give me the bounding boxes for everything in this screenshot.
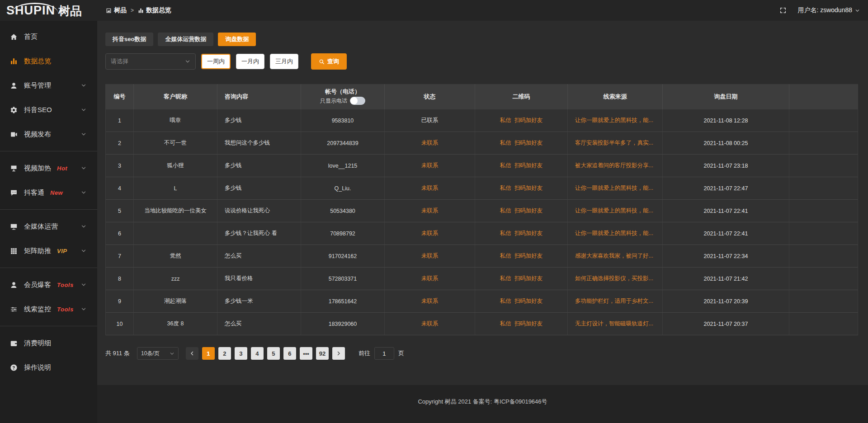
cell-no: 6 <box>106 222 134 244</box>
scan-add-friend-link[interactable]: 扫码加好友 <box>514 117 543 124</box>
private-message-link[interactable]: 私信 <box>500 184 511 192</box>
private-message-link[interactable]: 私信 <box>500 297 511 305</box>
range-button[interactable]: 一周内 <box>201 54 231 69</box>
cell-account: 183929060 <box>301 313 385 335</box>
phone-only-toggle[interactable] <box>350 97 365 105</box>
cell-source-link[interactable]: 让你一眼就爱上的黑科技，能... <box>568 109 663 132</box>
scan-add-friend-link[interactable]: 扫码加好友 <box>514 275 543 282</box>
scan-add-friend-link[interactable]: 扫码加好友 <box>514 139 543 147</box>
page-button[interactable]: 1 <box>202 347 215 360</box>
page-button[interactable]: ••• <box>300 347 312 360</box>
sidebar-item[interactable]: 操作说明 <box>0 355 97 380</box>
sidebar-item-label: 抖客通 <box>24 188 44 197</box>
cell-nickname: 当地比较能吃的一位美女 <box>134 200 217 222</box>
sidebar-item-badge: Tools <box>57 306 74 313</box>
cell-content: 我想问这个多少钱 <box>217 132 301 154</box>
page-button[interactable]: 5 <box>267 347 280 360</box>
cell-filler <box>789 245 858 267</box>
scan-add-friend-link[interactable]: 扫码加好友 <box>514 207 543 215</box>
sidebar-divider <box>0 151 97 151</box>
cell-account: love__1215 <box>301 155 385 177</box>
scan-add-friend-link[interactable]: 扫码加好友 <box>514 162 543 169</box>
toggle-knob <box>350 97 358 104</box>
sidebar-item-label: 抖音SEO <box>24 106 52 114</box>
next-page-button[interactable] <box>332 347 345 360</box>
fullscreen-button[interactable] <box>779 7 787 14</box>
panel-icon <box>106 8 112 14</box>
cell-filler <box>789 290 858 312</box>
search-button[interactable]: 查询 <box>311 53 347 70</box>
range-button[interactable]: 三月内 <box>270 54 298 69</box>
sidebar-item[interactable]: 矩阵助推 VIP <box>0 239 97 263</box>
chat-icon <box>10 189 18 197</box>
cell-no: 7 <box>106 245 134 267</box>
sidebar-item[interactable]: 首页 <box>0 24 97 49</box>
private-message-link[interactable]: 私信 <box>500 275 511 282</box>
column-header-no: 编号 <box>106 84 134 109</box>
scan-add-friend-link[interactable]: 扫码加好友 <box>514 230 543 237</box>
data-tabs: 抖音seo数据全媒体运营数据询盘数据 <box>105 33 858 46</box>
breadcrumb-current[interactable]: 数据总览 <box>138 6 171 14</box>
sidebar-item[interactable]: 视频发布 <box>0 122 97 146</box>
sidebar-item[interactable]: 账号管理 <box>0 73 97 98</box>
cell-account: 50534380 <box>301 200 385 222</box>
cell-account: 9583810 <box>301 109 385 132</box>
private-message-link[interactable]: 私信 <box>500 320 511 328</box>
sidebar-item[interactable]: 抖音SEO <box>0 98 97 122</box>
cell-source-link[interactable]: 无主灯设计，智能磁吸轨道灯... <box>568 313 663 335</box>
scan-add-friend-link[interactable]: 扫码加好友 <box>514 184 543 192</box>
scan-add-friend-link[interactable]: 扫码加好友 <box>514 320 543 328</box>
private-message-link[interactable]: 私信 <box>500 139 511 147</box>
page-size-select[interactable]: 10条/页 <box>137 347 179 360</box>
prev-page-button[interactable] <box>186 347 198 360</box>
cell-source-link[interactable]: 让你一眼就爱上的黑科技，能... <box>568 222 663 244</box>
breadcrumb-root[interactable]: 树品 <box>106 6 127 14</box>
tab[interactable]: 询盘数据 <box>218 33 256 46</box>
sidebar-divider <box>0 268 97 268</box>
page-button[interactable]: 3 <box>235 347 247 360</box>
sidebar-item[interactable]: 视频加热 Hot <box>0 156 97 180</box>
cell-no: 9 <box>106 290 134 312</box>
private-message-link[interactable]: 私信 <box>500 162 511 169</box>
app-window: SHUPIN 树品 树品 > 数据总览 用户名: zswodun88 <box>0 0 868 423</box>
table-row: 7 觉然 怎么买 917024162 未联系 私信 扫码加好友 感谢大家喜欢我家… <box>106 245 858 268</box>
cell-filler <box>789 155 858 177</box>
sidebar-item[interactable]: 全媒体运营 <box>0 214 97 239</box>
sliders-icon <box>10 306 18 313</box>
chevron-down-icon <box>170 351 175 356</box>
page-button[interactable]: 6 <box>283 347 296 360</box>
cell-nickname: 潮起潮落 <box>134 290 217 312</box>
sidebar-item[interactable]: 抖客通 New <box>0 180 97 205</box>
cell-no: 5 <box>106 200 134 222</box>
sidebar-item[interactable]: 会员爆客 Tools <box>0 273 97 297</box>
cell-source-link[interactable]: 让你一眼就爱上的黑科技，能... <box>568 177 663 199</box>
private-message-link[interactable]: 私信 <box>500 117 511 124</box>
scan-add-friend-link[interactable]: 扫码加好友 <box>514 252 543 260</box>
sidebar-item-badge: Hot <box>57 165 67 172</box>
cell-source-link[interactable]: 被大家追着问的客厅投影分享... <box>568 155 663 177</box>
tab[interactable]: 抖音seo数据 <box>105 33 153 46</box>
page-button[interactable]: 2 <box>218 347 231 360</box>
cell-source-link[interactable]: 让你一眼就爱上的黑科技，能... <box>568 200 663 222</box>
private-message-link[interactable]: 私信 <box>500 252 511 260</box>
scan-add-friend-link[interactable]: 扫码加好友 <box>514 297 543 305</box>
table-row: 6 多少钱？让我死心 看 70898792 未联系 私信 扫码加好友 让你一眼就… <box>106 222 858 245</box>
page-jump-input[interactable] <box>374 347 394 360</box>
sidebar-item-label: 视频加热 <box>24 164 51 173</box>
tab[interactable]: 全媒体运营数据 <box>158 33 213 46</box>
cell-source-link[interactable]: 如何正确选择投影仪，买投影... <box>568 268 663 290</box>
page-button[interactable]: 4 <box>251 347 264 360</box>
user-menu[interactable]: 用户名: zswodun88 <box>797 6 860 14</box>
cell-source-link[interactable]: 感谢大家喜欢我家，被问了好... <box>568 245 663 267</box>
sidebar-item[interactable]: 线索监控 Tools <box>0 297 97 321</box>
private-message-link[interactable]: 私信 <box>500 230 511 237</box>
cell-source-link[interactable]: 客厅安装投影半年多了，真实... <box>568 132 663 154</box>
sidebar-item[interactable]: 消费明细 <box>0 331 97 355</box>
private-message-link[interactable]: 私信 <box>500 207 511 215</box>
sidebar-item[interactable]: 数据总览 <box>0 49 97 73</box>
page-button[interactable]: 92 <box>316 347 329 360</box>
cell-qrcode: 私信 扫码加好友 <box>475 313 568 335</box>
keyword-select[interactable]: 请选择 <box>105 53 196 70</box>
range-button[interactable]: 一月内 <box>236 54 264 69</box>
cell-source-link[interactable]: 多功能护栏灯，适用于乡村文... <box>568 290 663 312</box>
